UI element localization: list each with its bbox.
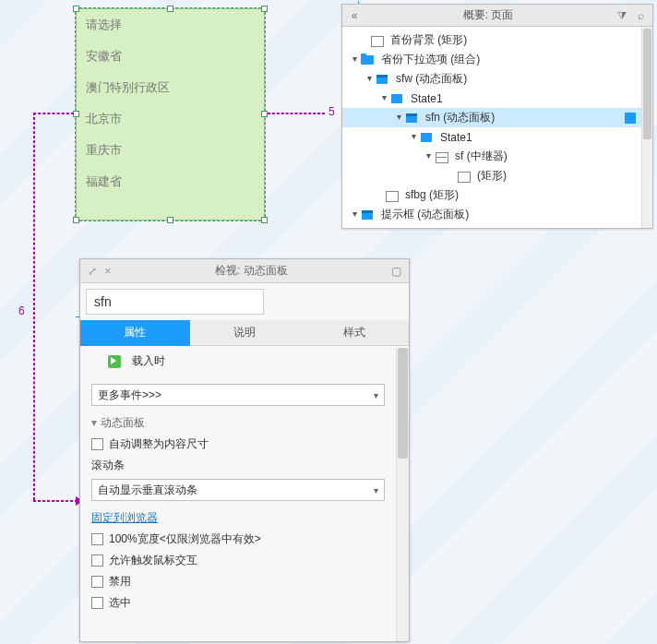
guide-line xyxy=(33,113,35,500)
collapse-icon[interactable]: ⤢ xyxy=(88,265,97,278)
checkbox-selected[interactable]: 选中 xyxy=(91,595,385,611)
resize-handle[interactable] xyxy=(73,217,79,223)
outline-panel: « 概要: 页面 ⧩ ⌕ 首份背景 (矩形) ▾省份下拉选项 (组合) ▾sfw… xyxy=(341,4,653,229)
tab-properties[interactable]: 属性 xyxy=(80,320,190,346)
listbox-province[interactable]: 请选择 安徽省 澳门特别行政区 北京市 重庆市 福建省 xyxy=(76,8,265,221)
state-icon xyxy=(390,92,405,105)
resize-handle[interactable] xyxy=(261,111,268,117)
pin-to-browser-link[interactable]: 固定到浏览器 xyxy=(91,510,158,526)
visibility-toggle[interactable] xyxy=(625,113,636,124)
checkbox-fit-content[interactable]: 自动调整为内容尺寸 xyxy=(91,436,385,452)
inspector-header: ⤢ × 检视: 动态面板 ▢ xyxy=(80,259,409,283)
tree-node[interactable]: (矩形) xyxy=(342,166,641,185)
inspector-tabs: 属性 说明 样式 xyxy=(80,320,409,346)
event-on-load[interactable]: 载入时 xyxy=(108,353,385,369)
annotation-6: 6 xyxy=(18,304,25,317)
more-events-dropdown[interactable]: 更多事件>>> xyxy=(91,384,385,406)
tree-node[interactable]: ▾State1 xyxy=(342,127,641,147)
repeater-icon xyxy=(435,150,449,163)
event-icon xyxy=(108,355,121,368)
resize-handle[interactable] xyxy=(261,217,268,223)
scrollbar[interactable] xyxy=(641,27,652,228)
tree-node[interactable]: sfbg (矩形) xyxy=(342,185,641,205)
panel-icon xyxy=(376,73,390,86)
listbox-option[interactable]: 安徽省 xyxy=(77,41,264,72)
resize-handle[interactable] xyxy=(167,6,173,12)
tree-node[interactable]: ▾sfw (动态面板) xyxy=(342,69,641,89)
inspector-panel: ⤢ × 检视: 动态面板 ▢ 属性 说明 样式 载入时 更多事件>>> ▾动态面… xyxy=(79,258,410,642)
outline-tree: 首份背景 (矩形) ▾省份下拉选项 (组合) ▾sfw (动态面板) ▾Stat… xyxy=(342,27,641,228)
listbox-option[interactable]: 澳门特别行政区 xyxy=(77,72,264,103)
rectangle-icon xyxy=(457,170,472,183)
scrollbar-thumb[interactable] xyxy=(643,29,651,139)
filter-icon[interactable]: ⧩ xyxy=(615,9,628,22)
tree-node[interactable]: 首份背景 (矩形) xyxy=(342,30,641,50)
close-icon[interactable]: × xyxy=(104,264,112,278)
page-icon[interactable]: ▢ xyxy=(391,265,401,278)
rectangle-icon xyxy=(370,34,385,47)
scrollbar-label: 滚动条 xyxy=(91,458,385,473)
scrollbar-thumb[interactable] xyxy=(398,348,408,459)
outline-title: 概要: 页面 xyxy=(361,7,615,23)
resize-handle[interactable] xyxy=(73,6,79,12)
panel-icon xyxy=(405,112,420,125)
tab-style[interactable]: 样式 xyxy=(299,320,409,346)
inspector-title: 检视: 动态面板 xyxy=(112,263,391,279)
section-dynamic-panel: ▾动态面板 xyxy=(91,415,385,431)
tree-node[interactable]: ▾提示框 (动态面板) xyxy=(342,205,641,224)
chevron-left-icon[interactable]: « xyxy=(348,9,361,22)
widget-name-input[interactable] xyxy=(86,289,264,315)
checkbox-mouse-events[interactable]: 允许触发鼠标交互 xyxy=(91,553,385,568)
scrollbar-dropdown[interactable]: 自动显示垂直滚动条 xyxy=(91,479,385,501)
resize-handle[interactable] xyxy=(73,111,79,117)
state-icon xyxy=(420,131,435,144)
resize-handle[interactable] xyxy=(167,217,173,223)
listbox-option[interactable]: 北京市 xyxy=(77,103,264,135)
listbox-option[interactable]: 请选择 xyxy=(77,9,264,41)
guide-line xyxy=(33,113,74,114)
scrollbar[interactable] xyxy=(396,348,409,641)
tab-notes[interactable]: 说明 xyxy=(190,320,300,346)
guide-line xyxy=(33,500,78,502)
tree-node[interactable]: ▾State1 xyxy=(342,89,641,108)
tree-node-selected[interactable]: ▾sfn (动态面板) xyxy=(342,108,641,127)
listbox-option[interactable]: 重庆市 xyxy=(77,135,264,166)
listbox-option[interactable]: 福建省 xyxy=(77,166,264,197)
outline-header: « 概要: 页面 ⧩ ⌕ xyxy=(342,5,652,27)
resize-handle[interactable] xyxy=(261,6,268,12)
folder-icon xyxy=(361,54,376,66)
checkbox-full-width[interactable]: 100%宽度<仅限浏览器中有效> xyxy=(91,531,385,547)
search-icon[interactable]: ⌕ xyxy=(634,9,647,22)
tree-node[interactable]: ▾sf (中继器) xyxy=(342,147,641,166)
checkbox-disable[interactable]: 禁用 xyxy=(91,574,385,590)
rectangle-icon xyxy=(385,189,400,202)
guide-line xyxy=(268,113,325,114)
annotation-5: 5 xyxy=(328,105,335,118)
panel-icon xyxy=(361,209,376,221)
tree-node[interactable]: ▾省份下拉选项 (组合) xyxy=(342,50,641,69)
